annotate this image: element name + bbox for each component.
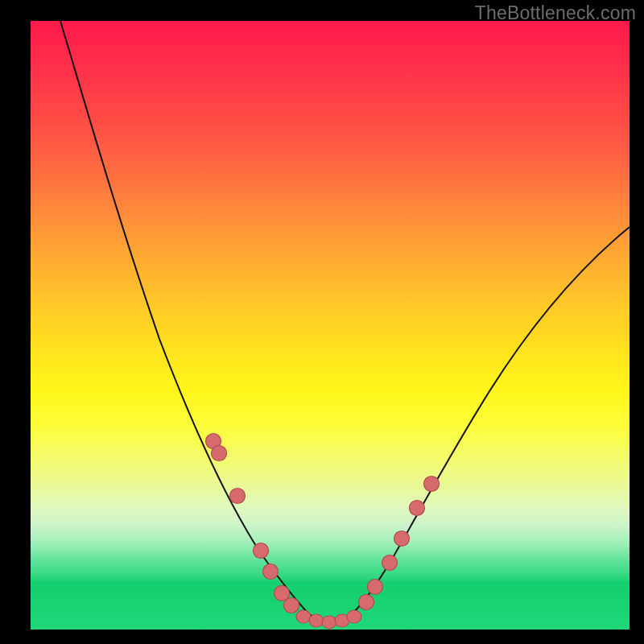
- marker-dot: [359, 595, 374, 610]
- marker-dot: [309, 614, 324, 627]
- marker-dot: [410, 501, 425, 516]
- chart-stage: TheBottleneck.com: [0, 0, 644, 644]
- marker-dot: [263, 564, 279, 580]
- marker-dot: [296, 610, 311, 623]
- marker-dot: [212, 446, 227, 461]
- marker-dot: [382, 555, 398, 571]
- marker-dot: [254, 543, 269, 559]
- marker-dot: [322, 616, 336, 629]
- marker-dot: [230, 489, 246, 504]
- marker-dot: [368, 580, 383, 595]
- plot-area: [31, 21, 630, 630]
- left-markers: [206, 434, 299, 613]
- left-descending-curve: [60, 21, 308, 613]
- marker-dot: [394, 531, 410, 547]
- marker-dot: [284, 598, 299, 613]
- marker-dot: [347, 610, 361, 623]
- floor-markers: [296, 610, 361, 629]
- chart-svg: [31, 21, 630, 630]
- marker-dot: [424, 477, 440, 492]
- right-ascending-curve: [353, 227, 630, 613]
